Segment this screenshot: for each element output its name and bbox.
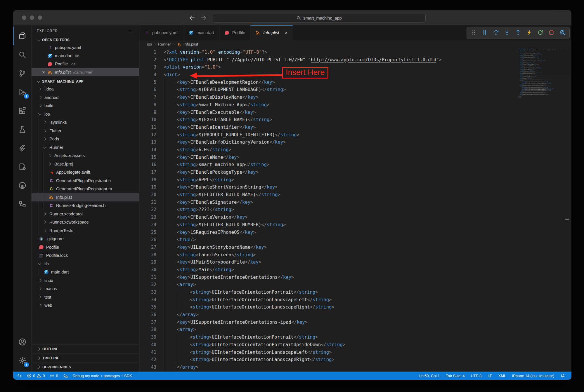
breadcrumb-item-info.plist[interactable]: Info.plist <box>177 42 198 46</box>
drag-handle-button[interactable] <box>471 29 477 37</box>
code-line-22[interactable]: 22<string>????</string> <box>139 206 571 214</box>
status-item-remote[interactable] <box>17 373 22 378</box>
toggle-panel-button[interactable] <box>535 15 541 22</box>
tab-info.plist[interactable]: Info.plist✕ <box>250 25 293 40</box>
status-item-ports[interactable]: 0 <box>50 373 58 378</box>
command-center-search[interactable]: smart_machine_app <box>213 13 426 23</box>
code-line-28[interactable]: 28<string>LaunchScreen</string> <box>139 251 571 259</box>
tree-item-GeneratedPluginRegistrant.h[interactable]: CGeneratedPluginRegistrant.h <box>32 177 139 185</box>
activity-item-run-and-debug[interactable]: 1 <box>13 83 31 101</box>
activity-item-settings[interactable]: 1 <box>13 351 31 370</box>
tree-item-Runner[interactable]: Runner <box>32 143 139 152</box>
status-item-cursor-position[interactable]: Ln 50, Col 1 <box>419 374 440 378</box>
customize-layout-button[interactable] <box>558 15 564 22</box>
code-line-23[interactable]: 23<key>CFBundleVersion</key> <box>139 214 571 221</box>
tree-item-Runner.xcodeproj[interactable]: Runner.xcodeproj <box>32 210 139 218</box>
code-line-40[interactable]: 40<string>UIInterfaceOrientationPortrait… <box>139 341 571 349</box>
code-line-33[interactable]: 33<string>UIInterfaceOrientationPortrait… <box>139 289 571 296</box>
code-line-10[interactable]: 10<string>$(EXECUTABLE_NAME)</string> <box>139 116 571 124</box>
status-item-problems[interactable]: 00 <box>27 373 45 378</box>
code-line-2[interactable]: 2<!DOCTYPE plist PUBLIC "-//Apple//DTD P… <box>139 56 571 64</box>
code-line-15[interactable]: 15<key>CFBundleName</key> <box>139 154 571 161</box>
section-outline[interactable]: OUTLINE <box>32 344 139 353</box>
activity-item-search[interactable] <box>13 45 31 64</box>
code-line-12[interactable]: 12<string>$(PRODUCT_BUNDLE_IDENTIFIER)</… <box>139 131 571 139</box>
hot-reload-button[interactable] <box>526 29 532 37</box>
section-timeline[interactable]: TIMELINE <box>32 353 139 363</box>
tree-item-.gitignore[interactable]: .gitignore <box>32 235 139 243</box>
code-line-11[interactable]: 11<key>CFBundleIdentifier</key> <box>139 124 571 131</box>
activity-item-accounts[interactable] <box>13 332 31 351</box>
tree-item-test[interactable]: test <box>32 293 139 302</box>
tree-item-Podfile.lock[interactable]: Podfile.lock <box>32 251 139 260</box>
code-line-30[interactable]: 30<string>Main</string> <box>139 266 571 274</box>
code-line-1[interactable]: 1<?xml version="1.0" encoding="UTF-8"?> <box>139 49 571 56</box>
code-line-39[interactable]: 39<string>UIInterfaceOrientationPortrait… <box>139 334 571 341</box>
code-line-25[interactable]: 25<key>LSRequiresIPhoneOS</key> <box>139 229 571 236</box>
code-editor[interactable]: 1<?xml version="1.0" encoding="UTF-8"?>2… <box>139 48 571 372</box>
code-line-24[interactable]: 24<string>$(FLUTTER_BUILD_NUMBER)</strin… <box>139 221 571 229</box>
close-icon[interactable]: ✕ <box>40 70 47 74</box>
code-line-3[interactable]: 3<plist version="1.0"> <box>139 64 571 71</box>
status-item-debug-launch[interactable] <box>63 373 68 378</box>
minimap[interactable]: <?xml version="1.0" encoding="UTF-8"?><!… <box>518 49 562 98</box>
widget-inspector-button[interactable] <box>559 29 566 37</box>
restart-button[interactable] <box>537 29 543 37</box>
tree-item-Podfile[interactable]: Podfile <box>32 243 139 252</box>
code-line-34[interactable]: 34<string>UIInterfaceOrientationLandscap… <box>139 296 571 304</box>
activity-item-github[interactable] <box>13 176 31 195</box>
pause-button[interactable] <box>482 29 488 37</box>
code-line-14[interactable]: 14<string>6.0</string> <box>139 146 571 154</box>
tree-item-ios[interactable]: ios <box>32 110 139 119</box>
toggle-primary-sidebar-button[interactable] <box>523 15 529 22</box>
tree-item-Flutter[interactable]: Flutter <box>32 127 139 135</box>
close-icon[interactable]: ✕ <box>285 31 288 35</box>
history-back-button[interactable] <box>188 14 195 21</box>
code-line-18[interactable]: 18<string>APPL</string> <box>139 176 571 184</box>
code-line-19[interactable]: 19<key>CFBundleShortVersionString</key> <box>139 184 571 191</box>
tree-item-GeneratedPluginRegistrant.m[interactable]: CGeneratedPluginRegistrant.m <box>32 185 139 193</box>
code-line-35[interactable]: 35<string>UIInterfaceOrientationLandscap… <box>139 304 571 311</box>
code-line-27[interactable]: 27<key>UILaunchStoryboardName</key> <box>139 244 571 251</box>
tree-item-macos[interactable]: macos <box>32 285 139 293</box>
code-line-5[interactable]: 5<key>CFBundleDevelopmentRegion</key> <box>139 79 571 86</box>
open-editor-Podfile[interactable]: Podfileios <box>32 60 139 68</box>
code-line-32[interactable]: 32<array> <box>139 281 571 289</box>
traffic-light-zoom[interactable] <box>38 15 42 20</box>
status-item-device[interactable]: iPhone 14 (ios simulator) <box>512 374 554 378</box>
toggle-secondary-sidebar-button[interactable] <box>547 15 553 22</box>
activity-item-project-tools[interactable] <box>13 157 31 176</box>
tree-item-lib[interactable]: lib <box>32 260 139 268</box>
tree-item-Runner.xcworkspace[interactable]: Runner.xcworkspace <box>32 218 139 227</box>
tree-item-Assets.xcassets[interactable]: Assets.xcassets <box>32 151 139 160</box>
section-dependencies[interactable]: DEPENDENCIES <box>32 363 139 372</box>
code-line-36[interactable]: 36</array> <box>139 311 571 319</box>
code-line-29[interactable]: 29<key>UIMainStoryboardFile</key> <box>139 259 571 266</box>
project-section-header[interactable]: SMART_MACHINE_APP <box>32 78 139 85</box>
code-line-13[interactable]: 13<key>CFBundleInfoDictionaryVersion</ke… <box>139 139 571 146</box>
tree-item-Pods[interactable]: Pods <box>32 135 139 143</box>
code-line-9[interactable]: 9<key>CFBundleExecutable</key> <box>139 109 571 116</box>
breadcrumb-item-ios[interactable]: ios <box>147 42 152 46</box>
activity-item-source-control[interactable] <box>13 64 31 83</box>
tree-item-AppDelegate.swift[interactable]: AppDelegate.swift <box>32 168 139 177</box>
code-line-20[interactable]: 20<string>$(FLUTTER_BUILD_NAME)</string> <box>139 191 571 199</box>
open-editor-pubspec.yaml[interactable]: !pubspec.yaml <box>32 43 139 52</box>
code-line-43[interactable]: 43</array> <box>139 364 571 371</box>
explorer-more-actions-button[interactable]: ··· <box>128 28 134 34</box>
tree-item-build[interactable]: build <box>32 102 139 110</box>
code-line-6[interactable]: 6<string>$(DEVELOPMENT_LANGUAGE)</string… <box>139 86 571 94</box>
history-forward-button[interactable] <box>200 14 207 21</box>
tree-item-RunnerTests[interactable]: RunnerTests <box>32 227 139 235</box>
code-line-7[interactable]: 7<key>CFBundleDisplayName</key> <box>139 94 571 101</box>
open-editor-main.dart[interactable]: main.dartlib <box>32 52 139 60</box>
activity-item-testing[interactable] <box>13 120 31 139</box>
tree-item-Base.lproj[interactable]: Base.lproj <box>32 160 139 168</box>
code-line-31[interactable]: 31<key>UISupportedInterfaceOrientations<… <box>139 274 571 281</box>
tree-item-Runner-Bridging-Header.h[interactable]: CRunner-Bridging-Header.h <box>32 201 139 210</box>
open-editors-section-header[interactable]: OPEN EDITORS <box>32 36 139 43</box>
code-line-16[interactable]: 16<string>smart_machine_app</string> <box>139 161 571 169</box>
traffic-light-close[interactable] <box>22 15 26 20</box>
tab-podfile[interactable]: Podfile <box>219 25 250 40</box>
tree-item-linux[interactable]: linux <box>32 276 139 285</box>
